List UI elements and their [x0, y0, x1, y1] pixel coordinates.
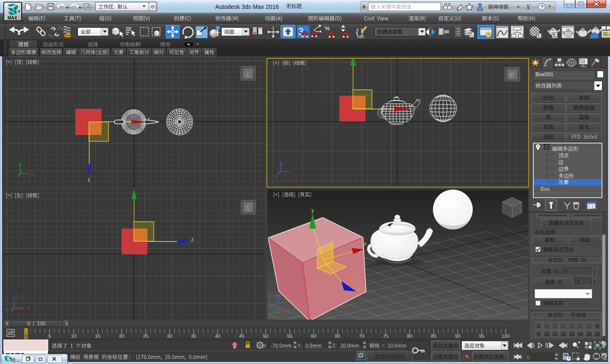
svg-text:x: x — [411, 103, 413, 108]
svg-text:x: x — [147, 116, 150, 121]
svg-text:%: % — [324, 25, 330, 32]
svg-text:80: 80 — [407, 334, 413, 339]
svg-text:40: 40 — [215, 334, 220, 339]
svg-text:50: 50 — [263, 334, 269, 339]
svg-text:?: ? — [541, 4, 543, 10]
svg-text:z: z — [357, 287, 360, 292]
svg-text:100: 100 — [502, 334, 510, 339]
svg-text:10: 10 — [71, 334, 76, 339]
svg-text:45: 45 — [239, 334, 244, 339]
svg-text:y: y — [311, 207, 314, 213]
svg-text:85: 85 — [431, 334, 436, 339]
svg-text:70: 70 — [359, 334, 364, 339]
svg-text:15: 15 — [95, 334, 100, 339]
svg-text:95: 95 — [479, 334, 485, 339]
svg-text:20: 20 — [119, 334, 125, 339]
svg-text:55: 55 — [287, 334, 292, 339]
svg-text:30: 30 — [167, 334, 172, 339]
svg-text:x: x — [364, 241, 366, 247]
svg-text:z: z — [191, 237, 194, 243]
svg-text:5: 5 — [48, 334, 51, 339]
svg-text:75: 75 — [383, 334, 388, 339]
svg-text:60: 60 — [311, 334, 316, 339]
svg-text:X: X — [525, 3, 531, 11]
svg-text:35: 35 — [191, 334, 197, 339]
svg-text:z: z — [88, 177, 90, 183]
svg-text:65: 65 — [335, 334, 341, 339]
svg-text:MAX: MAX — [8, 16, 17, 20]
svg-text:90: 90 — [455, 334, 460, 339]
svg-text:0: 0 — [25, 334, 27, 339]
svg-text:25: 25 — [143, 334, 148, 339]
svg-text:ABC: ABC — [357, 35, 364, 39]
